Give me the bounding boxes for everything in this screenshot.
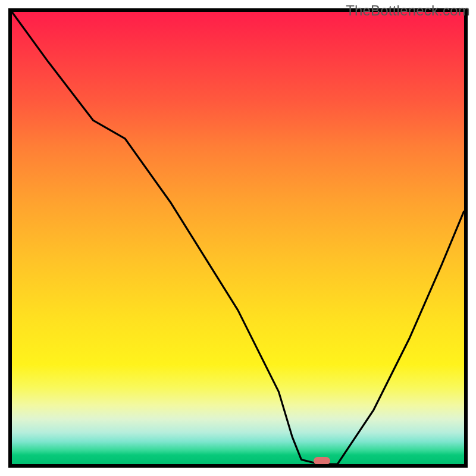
optimal-marker (314, 457, 330, 465)
plot-area (8, 8, 468, 468)
watermark-text: TheBottleneck.com (346, 2, 470, 19)
figure: TheBottleneck.com (0, 0, 476, 476)
background-gradient (12, 12, 464, 464)
